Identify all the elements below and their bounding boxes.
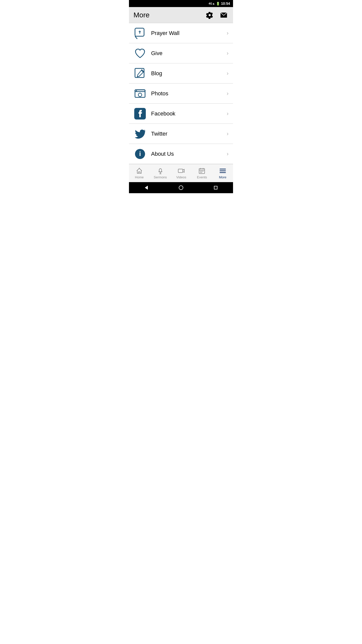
photos-label: Photos: [151, 90, 227, 97]
home-icon: [136, 167, 143, 174]
chevron-right-icon: ›: [227, 90, 229, 97]
menu-item-about-us[interactable]: i About Us ›: [129, 144, 233, 164]
about-us-label: About Us: [151, 151, 227, 157]
prayer-wall-label: Prayer Wall: [151, 30, 227, 36]
svg-point-10: [136, 90, 137, 91]
svg-rect-19: [178, 169, 183, 173]
menu-item-give[interactable]: Give ›: [129, 43, 233, 63]
svg-line-3: [135, 36, 137, 39]
facebook-label: Facebook: [151, 110, 227, 117]
give-icon: [133, 47, 147, 60]
more-nav-label: More: [219, 175, 227, 179]
nav-item-sermons[interactable]: Sermons: [151, 166, 169, 181]
about-us-icon: i: [133, 147, 147, 160]
settings-button[interactable]: [205, 10, 214, 20]
svg-rect-25: [201, 171, 202, 172]
header-actions: [205, 10, 229, 20]
menu-item-twitter[interactable]: Twitter ›: [129, 124, 233, 144]
nav-item-home[interactable]: Home: [130, 166, 148, 181]
twitter-icon: [133, 127, 147, 140]
android-navigation-bar: [129, 182, 233, 193]
chevron-right-icon: ›: [227, 30, 229, 36]
nav-item-videos[interactable]: Videos: [172, 166, 190, 181]
prayer-wall-icon: ✝: [133, 27, 147, 40]
status-icons: 4G▲ 🔋 10:54: [209, 2, 230, 6]
svg-marker-32: [145, 186, 148, 190]
svg-text:i: i: [139, 150, 141, 157]
blog-label: Blog: [151, 70, 227, 77]
svg-rect-34: [214, 186, 217, 189]
network-indicator: 4G▲: [209, 2, 215, 5]
svg-rect-26: [203, 171, 203, 172]
chevron-right-icon: ›: [227, 131, 229, 137]
sermons-icon: [157, 167, 164, 174]
menu-item-blog[interactable]: Blog ›: [129, 63, 233, 84]
menu-item-prayer-wall[interactable]: ✝ Prayer Wall ›: [129, 23, 233, 43]
svg-rect-28: [201, 172, 202, 173]
home-nav-label: Home: [135, 175, 144, 179]
status-bar: 4G▲ 🔋 10:54: [129, 0, 233, 7]
svg-point-33: [179, 186, 183, 190]
bottom-navigation: Home Sermons Videos: [129, 164, 233, 182]
photos-icon: [133, 87, 147, 100]
page-title: More: [133, 11, 150, 19]
header: More: [129, 7, 233, 23]
clock: 10:54: [221, 2, 230, 6]
facebook-icon: [133, 107, 147, 120]
android-home-button[interactable]: [177, 184, 185, 192]
svg-point-9: [138, 93, 142, 97]
more-icon: [219, 167, 226, 174]
videos-nav-label: Videos: [176, 175, 186, 179]
give-label: Give: [151, 50, 227, 57]
nav-item-events[interactable]: Events: [193, 166, 211, 181]
chevron-right-icon: ›: [227, 70, 229, 77]
svg-rect-27: [200, 172, 201, 173]
videos-icon: [178, 167, 185, 174]
nav-item-more[interactable]: More: [214, 166, 232, 181]
menu-list: ✝ Prayer Wall › Give › Blog ›: [129, 23, 233, 164]
battery-icon: 🔋: [216, 2, 220, 6]
chevron-right-icon: ›: [227, 50, 229, 57]
messages-button[interactable]: [219, 10, 229, 20]
chevron-right-icon: ›: [227, 151, 229, 157]
android-back-button[interactable]: [142, 184, 150, 192]
svg-rect-24: [200, 171, 201, 172]
events-icon: [198, 167, 205, 174]
sermons-nav-label: Sermons: [154, 175, 167, 179]
svg-text:✝: ✝: [138, 30, 141, 34]
svg-point-16: [159, 169, 162, 172]
menu-item-facebook[interactable]: Facebook ›: [129, 104, 233, 124]
twitter-label: Twitter: [151, 131, 227, 137]
android-recents-button[interactable]: [212, 184, 220, 192]
events-nav-label: Events: [197, 175, 207, 179]
blog-icon: [133, 67, 147, 80]
chevron-right-icon: ›: [227, 110, 229, 117]
menu-item-photos[interactable]: Photos ›: [129, 84, 233, 104]
